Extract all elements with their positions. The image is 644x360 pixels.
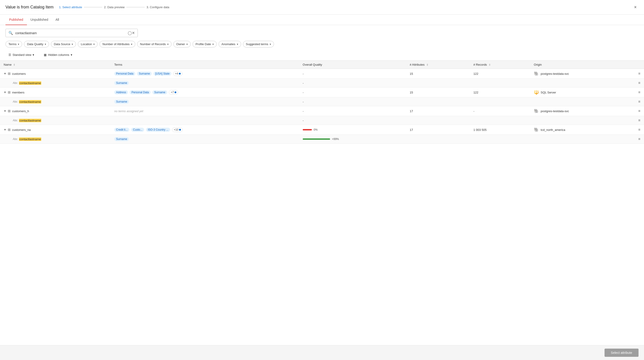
- hidden-columns-button[interactable]: ▦ Hidden columns ▾: [41, 51, 75, 58]
- tag: Custo...: [131, 128, 144, 132]
- row-quality-cell: -: [299, 116, 406, 125]
- expand-icon[interactable]: ▼: [4, 91, 6, 94]
- row-attributes-cell: 17: [406, 106, 470, 116]
- row-menu-button[interactable]: ≡: [638, 109, 640, 113]
- search-input[interactable]: [15, 31, 126, 35]
- filter-anomalies-label: Anomalies: [222, 42, 236, 46]
- tag: Personal Data: [114, 72, 135, 76]
- row-terms-cell: Address Personal Data Surname +7: [111, 87, 299, 97]
- row-terms-cell: Surname: [111, 79, 299, 87]
- table-icon: ⊞: [8, 72, 11, 76]
- filters-bar: Terms ▾ Data Quality ▾ Data Source ▾ Loc…: [0, 39, 644, 49]
- filter-num-records[interactable]: Number of Records ▾: [137, 41, 172, 47]
- sort-icon: ⇕: [13, 63, 15, 66]
- row-menu-cell: ≡: [635, 79, 644, 87]
- row-name-cell: ▼ ⊞ customers_na: [0, 125, 111, 135]
- chevron-down-icon: ▾: [93, 43, 95, 46]
- tag: Surname: [114, 137, 129, 141]
- expand-icon[interactable]: ▼: [4, 109, 6, 113]
- filter-num-records-label: Number of Records: [140, 42, 166, 46]
- filter-data-source-label: Data Source: [54, 42, 70, 46]
- sort-icon: ⇕: [426, 63, 428, 66]
- row-menu-button[interactable]: ≡: [638, 118, 640, 122]
- select-attribute-button[interactable]: Select attribute: [604, 349, 638, 357]
- tab-unpublished[interactable]: Unpublished: [27, 14, 52, 25]
- row-menu-button[interactable]: ≡: [638, 72, 640, 76]
- filter-data-source[interactable]: Data Source ▾: [51, 41, 76, 47]
- row-records-cell: 1 003 505: [470, 125, 530, 135]
- standard-view-button[interactable]: ☰ Standard view ▾: [6, 51, 37, 58]
- filter-location[interactable]: Location ▾: [78, 41, 98, 47]
- filter-suggested-terms[interactable]: Suggested terms ▾: [243, 41, 274, 47]
- expand-icon[interactable]: ▼: [4, 72, 6, 75]
- table-row[interactable]: Abc contactlastname - ≡: [0, 116, 644, 125]
- quality-text: >99%: [332, 137, 339, 141]
- postgres-icon: 🐘: [534, 127, 539, 132]
- search-area: 🔍 ◯✕: [0, 25, 644, 39]
- row-quality-cell: -: [299, 97, 406, 106]
- row-menu-cell: ≡: [635, 97, 644, 106]
- filter-profile-date[interactable]: Profile Date ▾: [192, 41, 217, 47]
- step-line-2: [126, 7, 145, 7]
- filter-owner-label: Owner: [176, 42, 185, 46]
- expand-icon[interactable]: ▼: [4, 128, 6, 131]
- row-name-highlighted: contactlastname: [19, 119, 42, 122]
- row-quality-cell: -: [299, 79, 406, 87]
- row-name: customers_h: [12, 109, 29, 113]
- tag-more: +10: [172, 127, 183, 132]
- step-line-1: [84, 7, 102, 7]
- row-quality-cell: -: [299, 69, 406, 79]
- row-name-cell: ▼ ⊞ customers_h: [0, 106, 111, 116]
- filter-location-label: Location: [81, 42, 92, 46]
- row-menu-cell: ≡: [635, 69, 644, 79]
- filter-data-quality-label: Data Quality: [27, 42, 43, 46]
- table-row[interactable]: Abc contactlastname Surname - ≡: [0, 97, 644, 106]
- row-menu-button[interactable]: ≡: [638, 128, 640, 132]
- row-menu-button[interactable]: ≡: [638, 100, 640, 104]
- filter-num-attributes[interactable]: Number of Attributes ▾: [100, 41, 135, 47]
- row-attributes-cell: 15: [406, 69, 470, 79]
- columns-icon: ▦: [44, 53, 46, 56]
- row-records-cell: [470, 79, 530, 87]
- postgres-icon: 🐘: [534, 71, 539, 76]
- row-name-cell: Abc contactlastname: [0, 97, 111, 106]
- abc-icon: Abc: [13, 81, 18, 85]
- filter-anomalies[interactable]: Anomalies ▾: [218, 41, 241, 47]
- col-header-attributes: # Attributes ⇕: [406, 61, 470, 69]
- col-header-menu: [635, 61, 644, 69]
- chevron-down-icon: ▾: [167, 43, 168, 46]
- sort-icon: ⇕: [489, 63, 491, 66]
- row-attributes-cell: [406, 79, 470, 87]
- row-menu-button[interactable]: ≡: [638, 137, 640, 141]
- row-terms-cell: Surname: [111, 135, 299, 144]
- tab-published[interactable]: Published: [6, 14, 27, 25]
- row-records-cell: -: [470, 106, 530, 116]
- tag-more: +4: [173, 71, 182, 76]
- table-icon: ☰: [8, 53, 11, 56]
- no-terms-label: no terms assigned yet: [114, 109, 143, 113]
- row-menu-button[interactable]: ≡: [638, 81, 640, 85]
- table-row: ▼ ⊞ customers_na Credit li... Custo... I…: [0, 125, 644, 135]
- row-name-cell: Abc contactlastname: [0, 135, 111, 144]
- filter-data-quality[interactable]: Data Quality ▾: [24, 41, 49, 47]
- chevron-down-icon: ▾: [71, 53, 72, 56]
- row-menu-cell: ≡: [635, 135, 644, 144]
- chevron-down-icon: ▾: [45, 43, 46, 46]
- filter-terms[interactable]: Terms ▾: [6, 41, 22, 47]
- filter-terms-label: Terms: [8, 42, 16, 46]
- row-menu-button[interactable]: ≡: [638, 90, 640, 94]
- table-row[interactable]: Abc contactlastname Surname >99%: [0, 135, 644, 144]
- row-records-cell: [470, 135, 530, 144]
- tab-all[interactable]: All: [52, 14, 63, 25]
- abc-icon: Abc: [13, 100, 18, 103]
- quality-bar-red: [303, 129, 312, 130]
- table-row[interactable]: Abc contactlastname Surname - ≡: [0, 79, 644, 87]
- row-name-highlighted: contactlastname: [19, 81, 42, 85]
- close-button[interactable]: ×: [632, 4, 638, 11]
- abc-icon: Abc: [13, 137, 18, 141]
- clear-search-button[interactable]: ◯✕: [128, 31, 135, 35]
- row-terms-cell: Personal Data Surname [USA] State +4: [111, 69, 299, 79]
- filter-owner[interactable]: Owner ▾: [174, 41, 191, 47]
- row-terms-cell: [111, 116, 299, 125]
- col-header-name: Name ⇕: [0, 61, 111, 69]
